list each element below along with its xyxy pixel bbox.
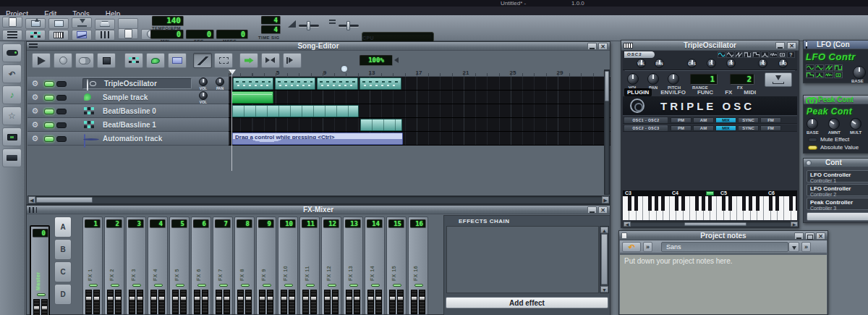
channel-fader[interactable] xyxy=(302,290,309,314)
fx-channel[interactable]: 1 FX 1 xyxy=(82,217,103,315)
add-automation-track-button[interactable] xyxy=(168,53,187,68)
fx-channel[interactable]: 11 FX 11 xyxy=(299,217,320,315)
track-name[interactable]: Sample track xyxy=(103,91,148,104)
scroll-right-arrow[interactable]: ▶ xyxy=(791,222,798,227)
channel-fader[interactable] xyxy=(85,290,92,314)
track-solo-led[interactable] xyxy=(56,95,67,101)
vscroll-handle[interactable] xyxy=(605,71,609,101)
track-pan-knob[interactable] xyxy=(216,77,224,86)
project-notes-titlebar[interactable]: Project notes xyxy=(619,231,827,240)
peak-checkbox[interactable]: Absolute Value xyxy=(808,144,859,151)
toolbar-expand-button[interactable]: » xyxy=(643,242,652,252)
pattern-segment[interactable] xyxy=(275,77,315,90)
close-button[interactable] xyxy=(598,206,608,214)
pitch-range-display[interactable]: 1 xyxy=(690,74,718,85)
scroll-handle[interactable] xyxy=(601,234,608,285)
scroll-left-arrow[interactable]: ◀ xyxy=(28,196,35,203)
controller-item[interactable]: LFO Controller Controller 1 xyxy=(807,170,868,182)
modulation-mode-button[interactable]: PM xyxy=(671,117,692,123)
fx-channel[interactable]: 9 FX 9 xyxy=(256,217,276,315)
show-project-notes-button[interactable] xyxy=(118,28,138,39)
saw-wave-button[interactable] xyxy=(735,51,743,58)
instrument-tab[interactable]: ENV/LFO xyxy=(658,88,689,96)
wave-help-button[interactable]: ? xyxy=(787,51,795,58)
minimize-button[interactable] xyxy=(775,42,785,49)
milliseconds-display[interactable]: 0 xyxy=(216,30,248,39)
channel-mute-led[interactable] xyxy=(371,284,380,287)
fx-channel[interactable]: 6 FX 6 xyxy=(191,217,211,315)
track-solo-led[interactable] xyxy=(56,122,67,128)
close-button[interactable] xyxy=(816,232,825,240)
pattern-segment[interactable] xyxy=(233,77,273,90)
undo-button[interactable]: ↶ xyxy=(622,242,641,252)
sidebar-computer-button[interactable] xyxy=(2,127,22,146)
fx-channel[interactable]: 15 FX 15 xyxy=(386,217,407,315)
fx-channel[interactable]: 14 FX 14 xyxy=(365,217,385,315)
fx-channel-display[interactable]: 2 xyxy=(730,74,754,85)
channel-mute-led[interactable] xyxy=(284,284,293,287)
minutes-display[interactable]: 0 xyxy=(150,30,184,39)
channel-mute-led[interactable] xyxy=(132,284,141,287)
song-editor-hscrollbar[interactable]: ◀ ▶ xyxy=(27,196,610,204)
triangle-wave-button[interactable] xyxy=(726,51,734,58)
seconds-display[interactable]: 0 xyxy=(186,30,214,39)
bb-segment[interactable] xyxy=(360,119,402,131)
sample-segment[interactable] xyxy=(231,91,273,104)
master-volume-handle[interactable] xyxy=(307,21,310,30)
channel-fader[interactable] xyxy=(194,290,200,314)
channel-mute-led[interactable] xyxy=(306,284,315,287)
channel-fader[interactable] xyxy=(202,290,208,314)
pattern-segment[interactable] xyxy=(359,77,401,90)
channel-fader[interactable] xyxy=(389,290,396,314)
timesig-numerator-display[interactable]: 4 xyxy=(261,16,281,25)
AMNT[interactable] xyxy=(826,116,842,132)
channel-mute-led[interactable] xyxy=(176,284,184,287)
noise-wave-button[interactable] xyxy=(770,51,778,58)
sidebar-samples-button[interactable]: ♪ xyxy=(2,85,22,104)
fx-channel[interactable]: 7 FX 7 xyxy=(213,217,233,315)
channel-mute-led[interactable] xyxy=(37,293,46,296)
add-effect-button[interactable]: Add effect xyxy=(446,297,608,308)
close-button[interactable] xyxy=(787,42,796,49)
scroll-down-arrow[interactable]: ▼ xyxy=(600,286,608,293)
add-controller-button[interactable] xyxy=(807,212,868,221)
rewind-button[interactable] xyxy=(283,53,302,68)
channel-fader[interactable] xyxy=(375,290,382,314)
peak-checkbox[interactable]: Mute Effect xyxy=(808,136,849,143)
zoom-level-display[interactable]: 100% xyxy=(359,55,393,66)
window-titlebar[interactable]: Untitled* - 1.0.0 xyxy=(0,0,868,7)
track-volume-knob[interactable] xyxy=(199,91,208,100)
controller-item[interactable]: Peak Controller Controller 3 xyxy=(807,198,868,210)
scroll-up-arrow[interactable]: ▲ xyxy=(600,227,608,233)
channel-fader[interactable] xyxy=(281,290,287,314)
minimize-button[interactable] xyxy=(794,232,804,240)
user-wave-button[interactable] xyxy=(778,51,786,58)
exponential-wave-button[interactable] xyxy=(761,51,769,58)
play-button[interactable] xyxy=(32,53,51,68)
close-button[interactable] xyxy=(598,43,608,50)
record-button[interactable] xyxy=(54,53,72,68)
modulation-mode-button[interactable]: AM xyxy=(693,117,714,123)
fx-channel[interactable]: 3 FX 3 xyxy=(126,217,146,315)
song-editor-titlebar[interactable]: Song-Editor xyxy=(27,42,610,51)
font-dropdown-button[interactable] xyxy=(788,242,799,252)
track-name[interactable]: TripleOscillator xyxy=(104,78,157,89)
channel-mute-led[interactable] xyxy=(328,284,336,287)
song-editor-vscrollbar[interactable] xyxy=(604,70,610,195)
minimize-button[interactable] xyxy=(587,206,597,214)
channel-fader[interactable] xyxy=(237,290,244,314)
controller-rack-titlebar[interactable]: Cont xyxy=(804,159,868,167)
channel-fader[interactable] xyxy=(137,290,143,314)
show-song-editor-button[interactable] xyxy=(2,30,22,41)
stop-button[interactable] xyxy=(97,53,116,68)
open-project-button[interactable] xyxy=(25,18,46,29)
modulation-mode-button[interactable]: SYNC xyxy=(738,125,759,131)
channel-mute-led[interactable] xyxy=(349,284,358,287)
keyboard-scrollbar[interactable]: ◀ ▶ xyxy=(623,221,799,227)
tempo-display[interactable]: 140 xyxy=(152,16,184,26)
instrument-titlebar[interactable]: TripleOscillator xyxy=(621,41,799,51)
channel-fader[interactable] xyxy=(224,290,230,314)
channel-mute-led[interactable] xyxy=(241,284,250,287)
track-gear-icon[interactable]: ⚙ xyxy=(30,134,40,143)
lfo-wave-button[interactable] xyxy=(815,64,824,71)
